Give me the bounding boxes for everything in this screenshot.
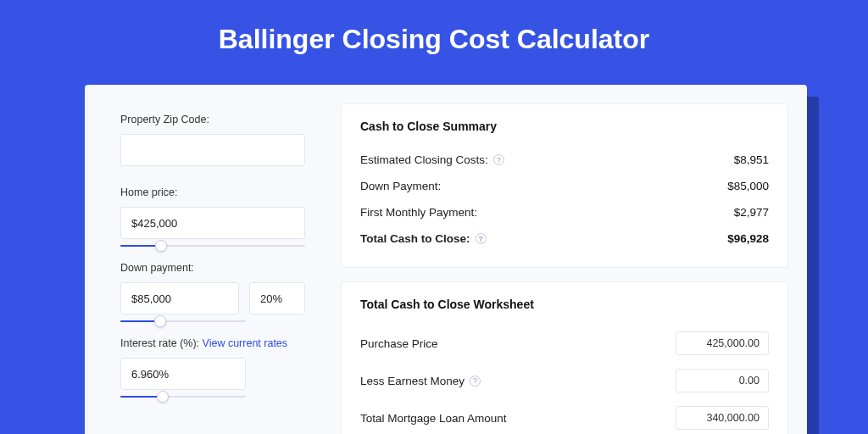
down-payment-pct-input[interactable]: 20%	[249, 282, 305, 314]
worksheet-title: Total Cash to Close Worksheet	[360, 298, 769, 311]
worksheet-input[interactable]: 340,000.00	[676, 406, 769, 430]
worksheet-label: Total Mortgage Loan Amount	[360, 412, 507, 425]
summary-value: $85,000	[727, 180, 769, 192]
view-rates-link[interactable]: View current rates	[203, 337, 288, 349]
worksheet-input[interactable]: 425,000.00	[676, 331, 769, 355]
down-payment-label: Down payment:	[120, 262, 305, 274]
summary-row: Estimated Closing Costs:? $8,951	[360, 147, 769, 173]
interest-slider[interactable]	[120, 389, 246, 404]
worksheet-input[interactable]: 0.00	[676, 369, 769, 392]
worksheet-row: Purchase Price 425,000.00	[360, 325, 769, 362]
interest-field: Interest rate (%): View current rates 6.…	[120, 337, 305, 404]
calculator-card: Property Zip Code: Home price: $425,000 …	[85, 85, 807, 434]
zip-input[interactable]	[120, 134, 305, 166]
home-price-slider[interactable]	[120, 238, 305, 253]
down-payment-field: Down payment: $85,000 20%	[120, 262, 305, 329]
summary-label: First Monthly Payment:	[360, 206, 477, 219]
summary-card: Cash to Close Summary Estimated Closing …	[341, 103, 788, 268]
home-price-label: Home price:	[120, 186, 305, 198]
slider-thumb[interactable]	[155, 240, 167, 252]
summary-label: Down Payment:	[360, 180, 441, 192]
summary-total-value: $96,928	[727, 232, 769, 245]
help-icon[interactable]: ?	[493, 154, 504, 165]
summary-value: $2,977	[734, 206, 769, 219]
summary-label: Estimated Closing Costs:	[360, 153, 488, 166]
worksheet-label: Less Earnest Money	[360, 375, 465, 387]
zip-field: Property Zip Code:	[120, 114, 305, 166]
summary-row: First Monthly Payment: $2,977	[360, 199, 769, 225]
page-title: Ballinger Closing Cost Calculator	[0, 0, 868, 75]
help-icon[interactable]: ?	[476, 233, 487, 244]
worksheet-card: Total Cash to Close Worksheet Purchase P…	[341, 281, 788, 434]
interest-label: Interest rate (%): View current rates	[120, 337, 305, 349]
down-payment-slider[interactable]	[120, 314, 246, 329]
summary-total-label: Total Cash to Close:	[360, 232, 470, 245]
summary-title: Cash to Close Summary	[360, 120, 769, 133]
interest-input[interactable]: 6.960%	[120, 358, 246, 390]
zip-label: Property Zip Code:	[120, 114, 305, 125]
summary-value: $8,951	[734, 153, 769, 166]
slider-thumb[interactable]	[157, 391, 169, 403]
summary-row: Down Payment: $85,000	[360, 173, 769, 199]
worksheet-row: Total Mortgage Loan Amount 340,000.00	[360, 399, 769, 434]
home-price-field: Home price: $425,000	[120, 186, 305, 253]
worksheet-row: Less Earnest Money? 0.00	[360, 362, 769, 399]
help-icon[interactable]: ?	[470, 376, 481, 387]
input-panel: Property Zip Code: Home price: $425,000 …	[85, 85, 329, 434]
down-payment-input[interactable]: $85,000	[120, 282, 239, 314]
slider-thumb[interactable]	[154, 315, 166, 327]
home-price-input[interactable]: $425,000	[120, 207, 305, 239]
summary-total-row: Total Cash to Close:? $96,928	[360, 225, 769, 252]
results-panel: Cash to Close Summary Estimated Closing …	[329, 85, 807, 434]
worksheet-label: Purchase Price	[360, 337, 438, 350]
